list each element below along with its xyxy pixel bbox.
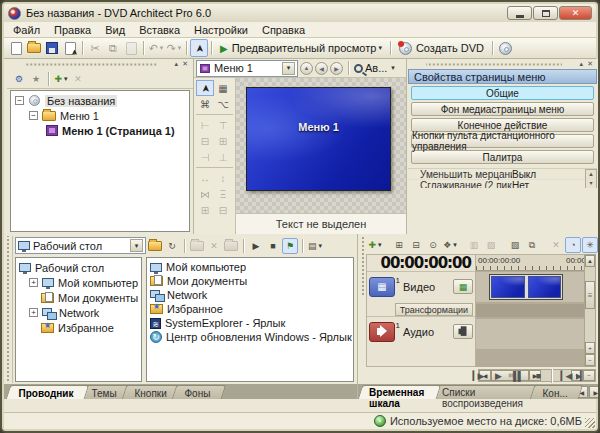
up-one-level-button[interactable] [147, 238, 163, 254]
menu-options[interactable]: Настройки [187, 23, 255, 37]
audio-track-header[interactable]: 1 Аудио [367, 316, 475, 346]
redo-button[interactable]: ↷▾ [165, 39, 183, 57]
property-row[interactable]: Сглаживание (2 пиксела) Нет [408, 180, 597, 188]
nav-forward-button[interactable]: ▶ [330, 62, 343, 75]
stop-media-button[interactable]: ■ [265, 238, 281, 254]
mask-tool-2[interactable]: ⌥ [214, 96, 232, 112]
add-media-button[interactable]: ✚▾ [367, 237, 383, 253]
burn-disc-button[interactable] [496, 39, 514, 57]
file-item-windows-update[interactable]: ↻Центр обновления Windows - Ярлык [150, 330, 353, 344]
props-panel-grip[interactable]: ▴ ✕ [407, 59, 598, 69]
tree-item-my-computer[interactable]: + Мой компьютер [19, 275, 141, 290]
menu-preview[interactable]: Меню 1 [246, 87, 391, 191]
video-lane[interactable] [476, 272, 584, 302]
file-item-favorites[interactable]: Избранное [150, 302, 353, 316]
scroll-up-icon[interactable]: ▲ [586, 170, 596, 179]
minimize-button[interactable] [507, 6, 532, 20]
copy-button[interactable]: ⧉ [104, 39, 122, 57]
project-panel-close-button[interactable]: ✕ [180, 60, 190, 68]
menu-file[interactable]: Файл [6, 23, 47, 37]
collapse-icon[interactable]: − [29, 111, 38, 120]
make-dvd-button[interactable]: Создать DVD [394, 39, 489, 57]
video-track-button[interactable]: ▦ [453, 279, 473, 294]
tree-item-favorites[interactable]: Избранное [19, 320, 141, 335]
mask-tool-1[interactable]: ⌘ [196, 96, 214, 112]
add-menu-button[interactable]: ✚▾ [53, 71, 69, 87]
video-clip[interactable] [489, 274, 563, 300]
themes-button[interactable]: ★ [28, 71, 44, 87]
props-background-button[interactable]: Фон медиастраницы меню [411, 102, 594, 116]
play-media-button[interactable]: ▶ [248, 238, 264, 254]
delete-file-button[interactable]: ✕ [206, 238, 222, 254]
props-panel-pin-button[interactable]: ▴ [578, 60, 586, 68]
nav-up-button[interactable]: ▲ [300, 62, 313, 75]
auto-preview-toggle[interactable]: ⚑ [282, 238, 298, 254]
scroll-up-button[interactable]: ▲ [585, 255, 595, 267]
vertical-scrollbar[interactable]: ▲ ≡ + − [584, 254, 596, 367]
select-tool[interactable]: ➤ [196, 80, 214, 96]
expand-icon[interactable]: + [29, 308, 38, 317]
tab-backgrounds[interactable]: Фоны [172, 385, 226, 399]
combo-arrow-icon[interactable]: ▾ [282, 62, 295, 75]
align-top-button[interactable]: ⊤ [214, 117, 232, 133]
tab-explorer[interactable]: Проводник [6, 385, 89, 399]
align-bottom-button[interactable]: ⊥ [214, 149, 232, 165]
center-horizontal-button[interactable]: ⊞ [214, 133, 232, 149]
props-remote-buttons-button[interactable]: Кнопки пульта дистанционного управления [411, 134, 594, 148]
save-project-button[interactable] [43, 39, 61, 57]
folder-tree-button[interactable] [223, 238, 239, 254]
project-panel-grip[interactable]: ▴ ✕ [7, 59, 193, 69]
zoom-in-vertical-button[interactable]: + [585, 342, 595, 354]
nav-back-button[interactable]: ◀ [315, 62, 328, 75]
space-vertical-button[interactable]: Ξ [214, 186, 232, 202]
video-track-header[interactable]: ▦1 Видео ▦ [367, 271, 475, 301]
tab-scroll-right-button[interactable]: ▶ [589, 386, 600, 398]
tree-item-menu-page[interactable]: Меню 1 (Страница 1) [15, 123, 189, 138]
timeline-panel-grip[interactable] [359, 236, 366, 296]
tab-compilation[interactable]: Кон... [530, 385, 584, 399]
align-left-button[interactable]: ⊢ [196, 117, 214, 133]
views-button[interactable]: ▤▾ [307, 238, 323, 254]
file-item-my-computer[interactable]: Мой компьютер [150, 260, 353, 274]
audio-lane[interactable] [476, 319, 584, 349]
close-button[interactable]: ✕ [559, 6, 592, 20]
menu-title-text[interactable]: Меню 1 [247, 121, 390, 133]
export-button[interactable]: ▥ [466, 237, 482, 253]
transforms-bar[interactable]: Трансформации [395, 303, 473, 316]
tree-item-my-documents[interactable]: Мои документы [19, 290, 141, 305]
render-button[interactable]: ▨ [507, 237, 523, 253]
undo-button[interactable]: ↶▾ [147, 39, 165, 57]
zoom-out-vertical-button[interactable]: − [585, 354, 595, 366]
timeline-ruler[interactable]: 00:00:00:00 00:00 [476, 255, 584, 271]
center-vertical-button[interactable]: ⊟ [196, 133, 214, 149]
sizing-grid-tool[interactable]: ▦ [214, 80, 232, 96]
scroll-down-icon[interactable]: ▾ [586, 179, 596, 188]
zoom-dropdown-icon[interactable]: ▾ [391, 64, 395, 72]
property-row[interactable]: Уменьшить мерцание р... Выкл [408, 169, 597, 180]
audio-track-button[interactable] [453, 324, 473, 339]
file-item-my-documents[interactable]: Мои документы [150, 274, 353, 288]
play-button[interactable]: ▶ [488, 368, 507, 383]
maximize-button[interactable] [533, 6, 558, 20]
ripple-edit-toggle[interactable]: ◔ [565, 237, 581, 253]
timeline-lanes[interactable]: 00:00:00:00 00:00 [476, 254, 584, 367]
tab-timeline[interactable]: Временная шкала [358, 385, 442, 399]
vertical-scroll-thumb[interactable]: ≡ [585, 281, 595, 309]
marker-tools-button[interactable]: ❖▾ [442, 237, 458, 253]
zoom-value[interactable]: Ав... [365, 62, 387, 74]
props-palette-button[interactable]: Палитра [411, 150, 594, 164]
go-to-start-button[interactable]: ▎◀ [556, 368, 575, 383]
align-right-button[interactable]: ⊣ [196, 149, 214, 165]
delete-item-button[interactable]: ✕ [70, 71, 86, 87]
props-general-button[interactable]: Общие [411, 86, 594, 100]
resize-grip[interactable] [585, 418, 595, 428]
space-horizontal-button[interactable]: ⋈ [196, 186, 214, 202]
same-width-button[interactable]: ↔ [196, 170, 214, 186]
selection-tool-toggle[interactable]: ➤ [190, 39, 208, 57]
project-properties-button[interactable]: ➤ [61, 39, 79, 57]
insert-chapter-button[interactable]: ⊟ [408, 237, 424, 253]
tree-item-menu[interactable]: − Меню 1 [15, 108, 189, 123]
snapping-toggle[interactable]: ✳ [582, 237, 598, 253]
page-selector-combobox[interactable]: Меню 1 ▾ [196, 60, 298, 77]
transforms-lane[interactable] [476, 304, 584, 317]
